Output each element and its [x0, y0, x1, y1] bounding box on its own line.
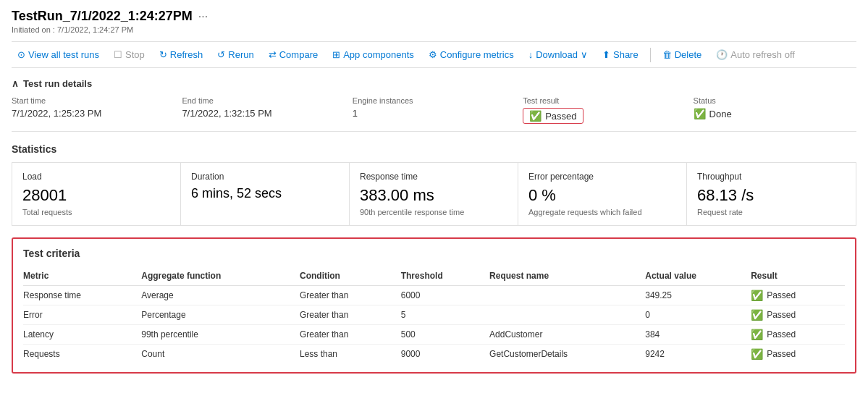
criteria-row-3-col-1: Count [141, 345, 300, 364]
criteria-row-1-col-1: Percentage [141, 305, 300, 325]
response-time-value: 383.00 ms [360, 186, 507, 205]
criteria-row-0-col-5: 349.25 [645, 286, 751, 305]
error-percentage-value: 0 % [528, 186, 676, 205]
share-icon: ⬆ [602, 49, 610, 60]
share-button[interactable]: ⬆ Share [597, 46, 644, 63]
view-all-runs-button[interactable]: ⊙ View all test runs [12, 46, 105, 63]
title-menu-button[interactable]: ··· [198, 10, 208, 23]
col-header-request-name: Request name [489, 268, 645, 286]
result-check-icon: ✅ [751, 348, 763, 360]
status-cell: Status ✅ Done [694, 96, 856, 124]
start-time-value: 7/1/2022, 1:25:23 PM [12, 108, 174, 119]
col-header-actual-value: Actual value [645, 268, 751, 286]
criteria-row-2-col-5: 384 [645, 325, 751, 345]
download-button[interactable]: ↓ Download ∨ [523, 46, 594, 63]
criteria-row-0-col-2: Greater than [300, 286, 401, 305]
start-time-cell: Start time 7/1/2022, 1:25:23 PM [12, 96, 174, 124]
criteria-table-header-row: Metric Aggregate function Condition Thre… [23, 268, 845, 286]
throughput-label: Throughput [697, 172, 846, 182]
end-time-cell: End time 7/1/2022, 1:32:15 PM [182, 96, 345, 124]
test-result-value: Passed [545, 111, 576, 122]
status-label: Status [694, 96, 856, 105]
response-time-label: Response time [360, 172, 507, 182]
duration-stat-card: Duration 6 mins, 52 secs [181, 163, 350, 225]
criteria-table: Metric Aggregate function Condition Thre… [23, 268, 845, 363]
criteria-row-2-col-0: Latency [23, 325, 141, 345]
load-stat-card: Load 28001 Total requests [12, 163, 181, 225]
criteria-row-2-col-2: Greater than [300, 325, 401, 345]
test-result-label: Test result [523, 96, 686, 105]
status-value: ✅ Done [694, 108, 732, 119]
test-result-cell: Test result ✅ Passed [523, 96, 686, 124]
col-header-result: Result [751, 268, 845, 286]
col-header-aggregate: Aggregate function [141, 268, 300, 286]
stop-button[interactable]: ☐ Stop [108, 46, 151, 63]
result-check-icon: ✅ [751, 309, 763, 321]
error-percentage-sublabel: Aggregate requests which failed [528, 208, 676, 216]
criteria-table-row: Latency99th percentileGreater than500Add… [23, 325, 845, 345]
compare-icon: ⇄ [269, 49, 277, 60]
test-run-details-header[interactable]: ∧ Test run details [12, 78, 856, 89]
criteria-row-1-col-5: 0 [645, 305, 751, 325]
engine-instances-value: 1 [353, 108, 515, 119]
auto-refresh-icon: 🕐 [716, 49, 728, 60]
refresh-button[interactable]: ↻ Refresh [153, 46, 209, 63]
criteria-row-3-col-3: 9000 [401, 345, 489, 364]
passed-check-icon: ✅ [529, 110, 542, 122]
criteria-row-2-col-3: 500 [401, 325, 489, 345]
start-time-label: Start time [12, 96, 174, 105]
configure-metrics-button[interactable]: ⚙ Configure metrics [423, 46, 520, 63]
result-check-icon: ✅ [751, 329, 763, 340]
auto-refresh-button[interactable]: 🕐 Auto refresh off [710, 46, 801, 63]
criteria-row-1-col-3: 5 [401, 305, 489, 325]
criteria-table-row: RequestsCountLess than9000GetCustomerDet… [23, 345, 845, 364]
criteria-row-2-col-4: AddCustomer [489, 325, 645, 345]
criteria-row-1-result: ✅Passed [751, 305, 845, 325]
delete-button[interactable]: 🗑 Delete [657, 46, 708, 63]
page-title: TestRun_7/1/2022_1:24:27PM [12, 9, 193, 24]
test-result-badge: ✅ Passed [523, 108, 583, 124]
col-header-threshold: Threshold [401, 268, 489, 286]
delete-icon: 🗑 [662, 49, 672, 60]
response-time-sublabel: 90th percentile response time [360, 208, 507, 216]
engine-instances-label: Engine instances [353, 96, 515, 105]
page-subtitle: Initiated on : 7/1/2022, 1:24:27 PM [12, 25, 856, 34]
criteria-row-1-col-4 [489, 305, 645, 325]
criteria-table-row: Response timeAverageGreater than6000349.… [23, 286, 845, 305]
col-header-metric: Metric [23, 268, 141, 286]
duration-label: Duration [191, 172, 339, 182]
test-criteria-section: Test criteria Metric Aggregate function … [12, 237, 856, 374]
app-components-button[interactable]: ⊞ App components [326, 46, 420, 63]
rerun-icon: ↺ [217, 49, 225, 60]
error-percentage-label: Error percentage [528, 172, 676, 182]
criteria-row-3-col-0: Requests [23, 345, 141, 364]
criteria-row-2-result: ✅Passed [751, 325, 845, 345]
criteria-row-1-col-2: Greater than [300, 305, 401, 325]
download-icon: ↓ [528, 49, 534, 60]
end-time-label: End time [182, 96, 345, 105]
load-value: 28001 [22, 186, 170, 205]
compare-button[interactable]: ⇄ Compare [263, 46, 324, 63]
result-check-icon: ✅ [751, 290, 763, 301]
response-time-stat-card: Response time 383.00 ms 90th percentile … [350, 163, 518, 225]
toolbar-separator [650, 48, 651, 62]
criteria-table-row: ErrorPercentageGreater than50✅Passed [23, 305, 845, 325]
criteria-row-3-col-2: Less than [300, 345, 401, 364]
col-header-condition: Condition [300, 268, 401, 286]
view-all-icon: ⊙ [17, 49, 25, 60]
end-time-value: 7/1/2022, 1:32:15 PM [182, 108, 345, 119]
statistics-grid: Load 28001 Total requests Duration 6 min… [12, 162, 856, 226]
load-label: Load [22, 172, 170, 182]
status-text: Done [709, 109, 732, 119]
throughput-stat-card: Throughput 68.13 /s Request rate [687, 163, 856, 225]
criteria-row-0-col-3: 6000 [401, 286, 489, 305]
criteria-row-2-col-1: 99th percentile [141, 325, 300, 345]
rerun-button[interactable]: ↺ Rerun [211, 46, 259, 63]
criteria-row-1-col-0: Error [23, 305, 141, 325]
criteria-row-3-col-4: GetCustomerDetails [489, 345, 645, 364]
done-check-icon: ✅ [694, 108, 706, 119]
criteria-row-0-col-1: Average [141, 286, 300, 305]
criteria-row-0-col-0: Response time [23, 286, 141, 305]
test-details-grid: Start time 7/1/2022, 1:25:23 PM End time… [12, 96, 856, 132]
duration-value: 6 mins, 52 secs [191, 186, 339, 201]
